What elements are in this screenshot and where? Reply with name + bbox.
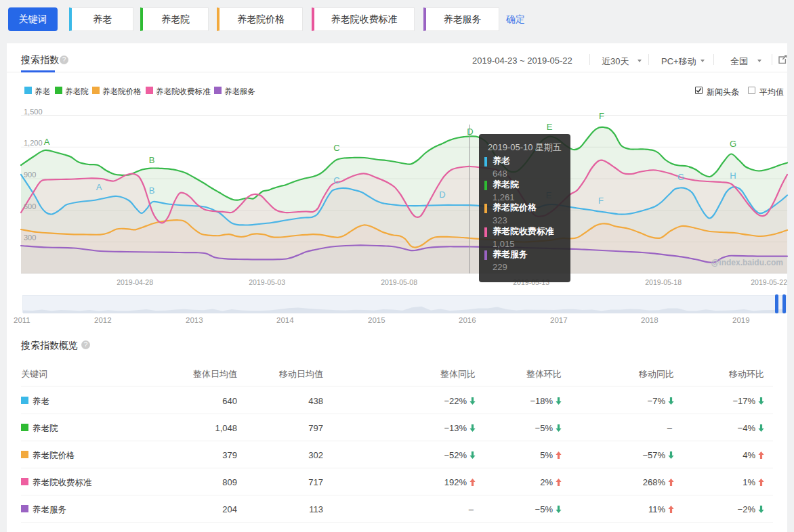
svg-text:900: 900 <box>24 171 36 179</box>
svg-text:C: C <box>333 143 339 153</box>
svg-text:@index.baidu.com: @index.baidu.com <box>711 258 783 267</box>
svg-text:G: G <box>730 139 736 149</box>
svg-text:B: B <box>149 185 155 196</box>
svg-text:2019-05-03: 2019-05-03 <box>249 278 285 286</box>
svg-text:F: F <box>598 196 604 206</box>
svg-text:A: A <box>44 137 50 147</box>
svg-text:E: E <box>547 122 553 132</box>
svg-text:G: G <box>677 172 684 182</box>
svg-text:F: F <box>599 111 604 121</box>
svg-text:2019-04-28: 2019-04-28 <box>117 278 153 286</box>
svg-text:2019-05-22: 2019-05-22 <box>751 278 787 286</box>
svg-text:300: 300 <box>24 234 36 242</box>
svg-text:D: D <box>467 127 473 137</box>
svg-text:A: A <box>96 182 102 192</box>
svg-text:H: H <box>730 171 736 181</box>
svg-text:D: D <box>439 190 445 200</box>
svg-text:600: 600 <box>24 202 36 210</box>
svg-text:1,200: 1,200 <box>24 139 43 147</box>
svg-text:2019-05-08: 2019-05-08 <box>381 278 417 286</box>
svg-text:1,500: 1,500 <box>24 108 43 116</box>
svg-text:C: C <box>333 175 339 185</box>
svg-text:2019-05-18: 2019-05-18 <box>645 278 682 286</box>
svg-text:B: B <box>149 155 155 165</box>
